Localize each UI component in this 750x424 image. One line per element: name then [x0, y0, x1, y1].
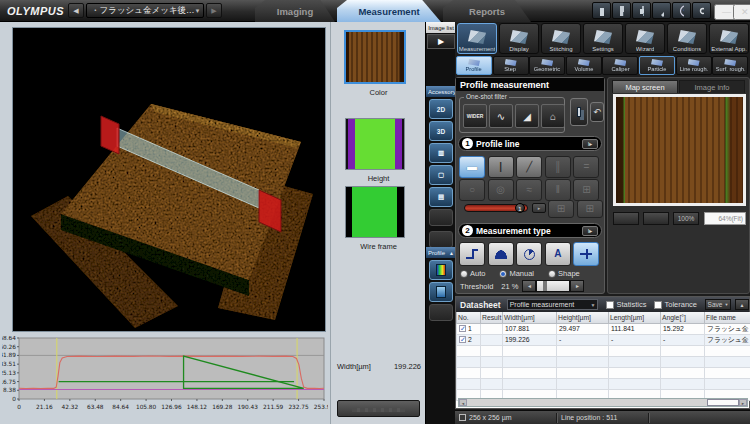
col-no[interactable]: No. [457, 312, 481, 323]
toolbar-step[interactable]: Step [493, 56, 529, 75]
multi-layer-button[interactable]: ▤ [429, 187, 453, 207]
reference-plane-button[interactable]: ⌂ [541, 104, 565, 128]
radio-manual[interactable]: Manual [499, 269, 534, 278]
row-checkbox[interactable]: ✓ [459, 325, 466, 332]
tolerance-checkbox[interactable]: Tolerance [654, 300, 697, 309]
document-selector[interactable]: ・フラッシュ金メッキ後…▼ [86, 3, 204, 18]
open-folder-button[interactable] [592, 2, 611, 19]
map-preview-image[interactable] [613, 94, 746, 206]
image-list-tab[interactable]: Image list [426, 22, 456, 33]
section2-expander-button[interactable]: I▸ [582, 226, 598, 236]
accessory-disabled-slot[interactable] [429, 209, 453, 226]
line-width-slider[interactable]: 1 [464, 204, 528, 212]
slider-step-button[interactable]: ▸ [532, 203, 546, 213]
thumbnail-color[interactable] [344, 30, 406, 84]
accessory-disabled-slot[interactable] [429, 231, 453, 248]
tools-button[interactable] [652, 2, 671, 19]
table-row[interactable]: ✓2199.226---フラッシュ金 [457, 334, 750, 345]
height-image-button[interactable] [429, 260, 453, 280]
toolbar-geometric[interactable]: Geometric [529, 56, 565, 75]
toolbar-profile[interactable]: Profile [456, 56, 492, 75]
table-row[interactable]: ✓1107.88129.497111.84115.292フラッシュ金 [457, 323, 750, 334]
scroll-right-arrow-icon[interactable]: ► [739, 399, 747, 406]
undo-filter-button[interactable]: ↶ [590, 102, 604, 122]
print-button[interactable] [632, 2, 651, 19]
toolbar-stitching[interactable]: Stitching [541, 23, 581, 54]
toolbar-measurement[interactable]: Measurement [457, 23, 497, 54]
radio-auto[interactable]: Auto [460, 269, 485, 278]
toolbar-display[interactable]: Display [499, 23, 539, 54]
toolbar-settings[interactable]: Settings [583, 23, 623, 54]
profile-dock-header[interactable]: Profile▲ [426, 247, 456, 258]
toolbar-line-rough-[interactable]: Line rough. [676, 56, 712, 75]
accessory-panel-header[interactable]: Accessory▲ [426, 86, 456, 97]
next-document-button[interactable]: ▶ [206, 3, 222, 18]
thumbnail-height[interactable] [345, 118, 405, 170]
type-width-button[interactable] [573, 242, 599, 266]
3d-view[interactable] [12, 27, 326, 332]
datasheet-hscrollbar[interactable]: ◄ ► [458, 398, 748, 407]
toolbar-external-app-[interactable]: External App. [709, 23, 749, 54]
tab-reports[interactable]: Reports [443, 0, 531, 22]
key-button[interactable] [692, 2, 711, 19]
statistics-checkbox[interactable]: Statistics [606, 300, 646, 309]
radio-auto-circle[interactable] [460, 270, 468, 278]
tilt-correction-button[interactable]: ◢ [515, 104, 539, 128]
radio-manual-circle[interactable] [499, 270, 507, 278]
prev-document-button[interactable]: ◀ [68, 3, 84, 18]
toolbar-wizard[interactable]: Wizard [625, 23, 665, 54]
col-filename[interactable]: File name [705, 312, 750, 323]
type-peak-button[interactable]: A [545, 242, 571, 266]
toolbar-caliper[interactable]: Caliper [602, 56, 638, 75]
tab-measurement[interactable]: Measurement [337, 0, 441, 22]
toolbar-volume[interactable]: Volume [566, 56, 602, 75]
save-button[interactable] [612, 2, 631, 19]
statistics-checkbox-box[interactable] [606, 301, 614, 309]
profile-chart[interactable]: 08.3816.7525.1333.5141.8950.2658.64021.1… [2, 336, 328, 422]
row-checkbox[interactable]: ✓ [459, 336, 466, 343]
toolbar-particle[interactable]: Particle [639, 56, 675, 75]
col-width[interactable]: Width[µm] [503, 312, 557, 323]
horizontal-line-button[interactable]: ▬ [459, 156, 485, 178]
zoom-100-button[interactable]: 100% [673, 212, 699, 225]
help-button[interactable]: ? [672, 2, 691, 19]
threshold-decrease-button[interactable]: ◄ [522, 280, 536, 292]
vertical-line-button[interactable]: | [488, 156, 514, 178]
image-toggle-button[interactable] [570, 98, 588, 126]
threshold-thumb[interactable] [543, 281, 547, 291]
3d-view-button[interactable]: 3D [429, 121, 453, 141]
scroll-left-arrow-icon[interactable]: ◄ [459, 399, 467, 406]
radio-shape-circle[interactable] [548, 270, 556, 278]
tab-image-info[interactable]: Image info [679, 80, 745, 93]
datasheet-collapse-button[interactable]: ▲ [735, 299, 749, 310]
toolbar-conditions[interactable]: Conditions [667, 23, 707, 54]
3d-surface-button[interactable] [429, 282, 453, 302]
wider-button[interactable]: WIDER [463, 104, 487, 128]
image-list-play-button[interactable]: ▶ [427, 34, 455, 49]
map-button-2[interactable] [643, 212, 669, 225]
close-button[interactable]: ✕ [733, 4, 750, 20]
tolerance-checkbox-box[interactable] [654, 301, 662, 309]
noise-removal-button[interactable]: ∿ [489, 104, 513, 128]
col-height[interactable]: Height[µm] [557, 312, 609, 323]
profile-dock-disabled-slot[interactable] [429, 304, 453, 321]
radio-shape[interactable]: Shape [548, 269, 580, 278]
thumbnail-wire[interactable] [345, 186, 405, 238]
disabled-action-button[interactable] [337, 400, 420, 417]
free-line-button[interactable]: ╱ [516, 156, 542, 178]
threshold-track[interactable] [536, 280, 570, 292]
slider-knob[interactable]: 1 [515, 203, 525, 213]
type-area-button[interactable] [488, 242, 514, 266]
col-angle[interactable]: Angle[°] [661, 312, 705, 323]
col-result[interactable]: Result [481, 312, 503, 323]
save-dropdown-button[interactable]: Save▼ [705, 299, 731, 310]
datasheet-selector[interactable]: Profile measurement▼ [507, 299, 599, 310]
threshold-increase-button[interactable]: ► [570, 280, 584, 292]
tab-imaging[interactable]: Imaging [255, 0, 335, 22]
col-length[interactable]: Length[µm] [609, 312, 661, 323]
section1-expander-button[interactable]: I▸ [582, 139, 598, 149]
map-button-1[interactable] [613, 212, 639, 225]
scrollbar-thumb[interactable] [707, 399, 739, 406]
single-image-button[interactable]: ▢ [429, 165, 453, 185]
tab-map-screen[interactable]: Map screen [612, 80, 678, 93]
